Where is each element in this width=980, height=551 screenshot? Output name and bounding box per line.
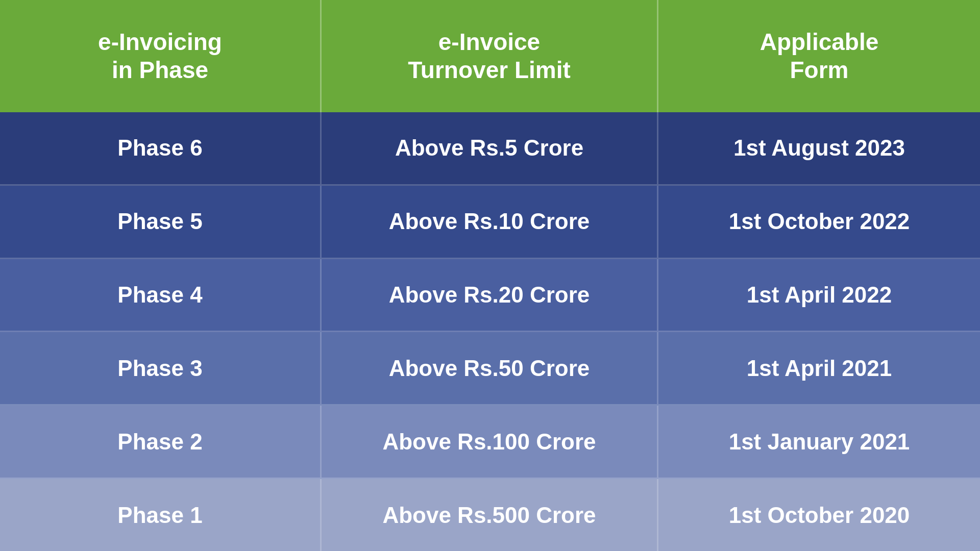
phase-cell-5: Phase 1 (0, 479, 322, 551)
turnover-cell-4: Above Rs.100 Crore (322, 406, 658, 478)
phase-cell-1: Phase 5 (0, 186, 322, 258)
turnover-cell-0: Above Rs.5 Crore (322, 112, 658, 184)
phase-cell-0: Phase 6 (0, 112, 322, 184)
table-row: Phase 2Above Rs.100 Crore1st January 202… (0, 406, 980, 479)
date-cell-1: 1st October 2022 (658, 186, 980, 258)
table-row: Phase 4Above Rs.20 Crore1st April 2022 (0, 259, 980, 333)
date-cell-0: 1st August 2023 (658, 112, 980, 184)
table-row: Phase 1Above Rs.500 Crore1st October 202… (0, 479, 980, 551)
table-row: Phase 3Above Rs.50 Crore1st April 2021 (0, 332, 980, 406)
main-table: e-Invoicingin Phase e-InvoiceTurnover Li… (0, 0, 980, 551)
table-row: Phase 5Above Rs.10 Crore1st October 2022 (0, 186, 980, 259)
date-cell-2: 1st April 2022 (658, 259, 980, 331)
date-cell-5: 1st October 2020 (658, 479, 980, 551)
table-row: Phase 6Above Rs.5 Crore1st August 2023 (0, 112, 980, 186)
turnover-cell-5: Above Rs.500 Crore (322, 479, 658, 551)
table-header: e-Invoicingin Phase e-InvoiceTurnover Li… (0, 0, 980, 112)
header-phase: e-Invoicingin Phase (0, 0, 322, 112)
turnover-cell-2: Above Rs.20 Crore (322, 259, 658, 331)
turnover-cell-3: Above Rs.50 Crore (322, 332, 658, 404)
table-body: Phase 6Above Rs.5 Crore1st August 2023Ph… (0, 112, 980, 551)
date-cell-3: 1st April 2021 (658, 332, 980, 404)
phase-cell-2: Phase 4 (0, 259, 322, 331)
phase-cell-3: Phase 3 (0, 332, 322, 404)
header-form: ApplicableForm (658, 0, 980, 112)
date-cell-4: 1st January 2021 (658, 406, 980, 478)
header-turnover: e-InvoiceTurnover Limit (322, 0, 658, 112)
turnover-cell-1: Above Rs.10 Crore (322, 186, 658, 258)
phase-cell-4: Phase 2 (0, 406, 322, 478)
